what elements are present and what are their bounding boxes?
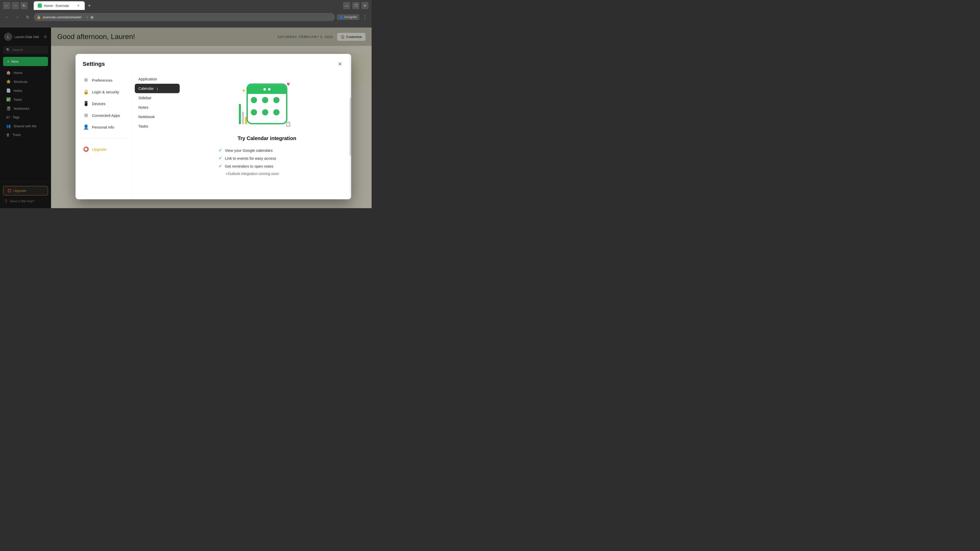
settings-subnav: Application Calendar | Sidebar Notes Not… [132,72,183,199]
notes-subnav-label: Notes [138,105,148,110]
window-close-button[interactable]: ✕ [361,2,369,9]
nav-reload-btn[interactable]: ↻ [21,2,27,9]
note-icon: 📋 [285,121,291,127]
browser-forward-button[interactable]: → [13,13,21,21]
incognito-badge: 👤 Incognito [337,14,360,20]
cal-cell-4 [251,109,257,115]
window-restore-button[interactable]: ❐ [352,2,360,9]
devices-label: Devices [92,102,105,106]
bookmark-icon[interactable]: ☆ [86,15,89,19]
nav-forward-btn[interactable]: → [12,2,19,9]
window-minimize-button[interactable]: — [343,2,350,9]
feature-list: ✓ View your Google calendars ✓ Link to e… [218,146,315,177]
check-icon-1: ✓ [218,148,222,153]
login-security-icon: 🔒 [83,89,89,95]
subnav-application[interactable]: Application [135,74,180,84]
cal-cell-3 [273,97,280,103]
settings-nav-personal-info[interactable]: 👤 Personal info [80,121,127,133]
personal-info-label: Personal info [92,125,115,129]
heart-icon: ♥ [286,81,290,87]
browser-reload-button[interactable]: ↻ [24,13,32,21]
personal-info-icon: 👤 [83,124,89,130]
feature-text-3: Get reminders to open notes [225,164,273,168]
settings-nav-login-security[interactable]: 🔒 Login & security [80,86,127,98]
cal-cell-1 [251,97,257,103]
modal-body: ⚙ Preferences 🔒 Login & security 📱 Devic… [76,72,351,199]
connected-apps-icon: ⊞ [83,113,89,118]
tab-favicon-icon [38,3,42,8]
browser-tab-active[interactable]: Home - Evernote ✕ [34,1,85,10]
tab-bar: Home - Evernote ✕ + [32,1,95,11]
title-bar: ← → ↻ Home - Evernote ✕ + — ❐ ✕ [0,0,372,11]
cal-cell-6 [273,109,280,115]
feature-text-1: View your Google calendars [225,148,272,152]
subnav-notes[interactable]: Notes [135,103,180,112]
connected-apps-label: Connected Apps [92,113,120,118]
calendar-integration-title: Try Calendar integration [238,135,296,141]
address-bar[interactable]: 🔒 evernote.com/client/web#/ ☆ ▣ [34,13,335,21]
outlook-note: +Outlook integration coming soon [218,170,315,177]
settings-nav: ⚙ Preferences 🔒 Login & security 📱 Devic… [76,72,132,199]
browser-back-button[interactable]: ← [3,13,11,21]
browser-menu-button[interactable]: ⋮ [361,14,369,21]
subnav-tasks[interactable]: Tasks [135,121,180,131]
modal-title: Settings [83,61,105,67]
preferences-label: Preferences [92,78,113,83]
modal-header: Settings ✕ [76,54,351,72]
sidebar-subnav-label: Sidebar [138,96,151,100]
subnav-notebook[interactable]: Notebook [135,112,180,121]
subnav-sidebar[interactable]: Sidebar [135,93,180,103]
settings-nav-connected-apps[interactable]: ⊞ Connected Apps [80,110,127,121]
login-security-label: Login & security [92,90,119,94]
settings-content: ♥ ✦ [183,72,351,199]
notebook-label: Notebook [138,114,155,119]
settings-nav-preferences[interactable]: ⚙ Preferences [80,74,127,86]
tasks-subnav-label: Tasks [138,124,148,128]
upgrade-settings-label: Upgrade [92,147,107,151]
nav-back-btn[interactable]: ← [3,2,10,9]
calendar-icon [247,83,287,124]
feature-item-1: ✓ View your Google calendars [218,146,315,154]
application-label: Application [138,77,157,81]
browser-chrome: ← → ↻ Home - Evernote ✕ + — ❐ ✕ ← → ↻ 🔒 … [0,0,372,27]
scrollbar-thumb[interactable] [350,97,351,156]
calendar-illustration: ♥ ✦ [239,78,295,129]
devices-icon: 📱 [83,101,89,106]
address-bar-row: ← → ↻ 🔒 evernote.com/client/web#/ ☆ ▣ 👤 … [0,11,372,23]
app-container: L Lauren Dale Deli ⚙ 🔍 Search + New 🏠 Ho… [0,27,372,208]
settings-modal: Settings ✕ ⚙ Preferences 🔒 Login & secur… [76,54,351,199]
split-view-icon[interactable]: ▣ [90,15,94,19]
star-icon: ✦ [242,87,246,94]
settings-nav-upgrade[interactable]: ⭕ Upgrade [80,143,127,155]
bar-chart-2 [242,111,244,124]
tab-close-button[interactable]: ✕ [76,3,81,8]
cursor-indicator: | [157,87,158,91]
incognito-label: Incognito [344,15,357,19]
modal-close-button[interactable]: ✕ [336,60,344,68]
check-icon-2: ✓ [218,156,222,161]
window-controls: ← → ↻ [3,2,27,9]
subnav-calendar[interactable]: Calendar | [135,84,180,93]
feature-text-2: Link to events for easy access [225,156,276,160]
calendar-header [248,85,286,94]
address-text: evernote.com/client/web#/ [43,15,81,19]
calendar-label: Calendar [138,86,154,91]
calendar-body [248,94,286,123]
feature-item-2: ✓ Link to events for easy access [218,154,315,162]
bar-chart-1 [239,104,241,124]
cal-dot-1 [263,88,266,91]
cal-cell-2 [262,97,268,103]
upgrade-settings-icon: ⭕ [83,146,89,152]
new-tab-button[interactable]: + [86,2,93,9]
scrollbar-track [350,54,351,199]
cal-cell-5 [262,109,268,115]
cal-dot-2 [268,88,270,91]
preferences-icon: ⚙ [83,77,89,83]
tab-title: Home - Evernote [44,4,69,8]
check-icon-3: ✓ [218,164,222,168]
feature-item-3: ✓ Get reminders to open notes [218,162,315,170]
settings-nav-devices[interactable]: 📱 Devices [80,98,127,110]
